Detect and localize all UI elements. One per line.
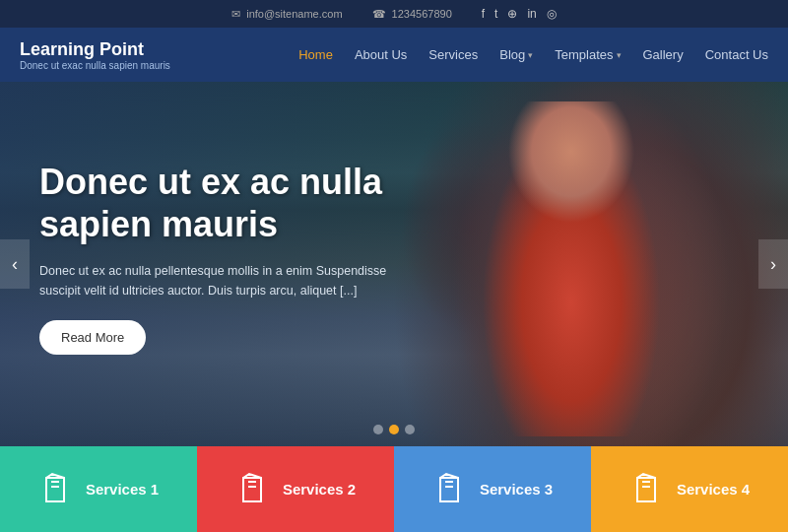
nav-services[interactable]: Services: [428, 47, 478, 62]
carousel-prev-button[interactable]: ‹: [0, 239, 30, 289]
service-1-label: Services 1: [86, 481, 159, 498]
hero-description: Donec ut ex ac nulla pellentesque mollis…: [39, 261, 394, 300]
brand-subtitle: Donec ut exac nulla sapien mauris: [20, 60, 197, 71]
service-card-2[interactable]: Services 2: [197, 446, 394, 532]
social-links: f t ⊕ in ◎: [482, 7, 557, 21]
email-icon: ✉: [231, 8, 240, 21]
services-bar: Services 1 Services 2 Services 3 Service…: [0, 446, 788, 532]
nav-about[interactable]: About Us: [355, 47, 407, 62]
phone-icon: ☎: [372, 8, 386, 21]
email-address: info@sitename.com: [246, 8, 342, 20]
phone-number: 1234567890: [392, 8, 452, 20]
email-contact: ✉ info@sitename.com: [231, 8, 342, 21]
nav-contact[interactable]: Contact Us: [705, 47, 768, 62]
nav-gallery[interactable]: Gallery: [643, 47, 684, 62]
top-bar: ✉ info@sitename.com ☎ 1234567890 f t ⊕ i…: [0, 0, 788, 28]
service-card-4[interactable]: Services 4: [591, 446, 788, 532]
carousel-dot-3[interactable]: [405, 425, 415, 434]
nav-blog[interactable]: Blog ▾: [499, 47, 533, 62]
nav-links: Home About Us Services Blog ▾ Templates …: [298, 47, 768, 62]
navbar: Learning Point Donec ut exac nulla sapie…: [0, 28, 788, 82]
brand: Learning Point Donec ut exac nulla sapie…: [20, 39, 197, 71]
blog-chevron: ▾: [528, 50, 533, 60]
read-more-button[interactable]: Read More: [39, 320, 146, 355]
service-2-label: Services 2: [283, 481, 356, 498]
linkedin-icon[interactable]: in: [527, 7, 536, 21]
twitter-icon[interactable]: t: [494, 7, 497, 21]
carousel-next-button[interactable]: ›: [758, 239, 788, 289]
service-3-icon: [432, 472, 468, 507]
web-icon[interactable]: ⊕: [507, 7, 517, 21]
service-1-icon: [38, 472, 74, 507]
carousel-dot-1[interactable]: [373, 425, 383, 434]
service-3-label: Services 3: [480, 481, 553, 498]
service-2-icon: [235, 472, 271, 507]
hero-section: Donec ut ex ac nulla sapien mauris Donec…: [0, 82, 788, 446]
hero-content: Donec ut ex ac nulla sapien mauris Donec…: [39, 161, 453, 355]
templates-chevron: ▾: [617, 50, 622, 60]
service-4-icon: [629, 472, 665, 507]
service-4-label: Services 4: [677, 481, 750, 498]
hero-title: Donec ut ex ac nulla sapien mauris: [39, 161, 453, 245]
instagram-icon[interactable]: ◎: [547, 7, 557, 21]
brand-title: Learning Point: [20, 39, 197, 60]
service-card-1[interactable]: Services 1: [0, 446, 197, 532]
carousel-dots: [373, 425, 415, 434]
nav-home[interactable]: Home: [298, 47, 333, 62]
service-card-3[interactable]: Services 3: [394, 446, 591, 532]
phone-contact: ☎ 1234567890: [372, 8, 452, 21]
nav-templates[interactable]: Templates ▾: [555, 47, 621, 62]
facebook-icon[interactable]: f: [482, 7, 485, 21]
hero-person-image: [433, 101, 709, 436]
carousel-dot-2[interactable]: [389, 425, 399, 434]
